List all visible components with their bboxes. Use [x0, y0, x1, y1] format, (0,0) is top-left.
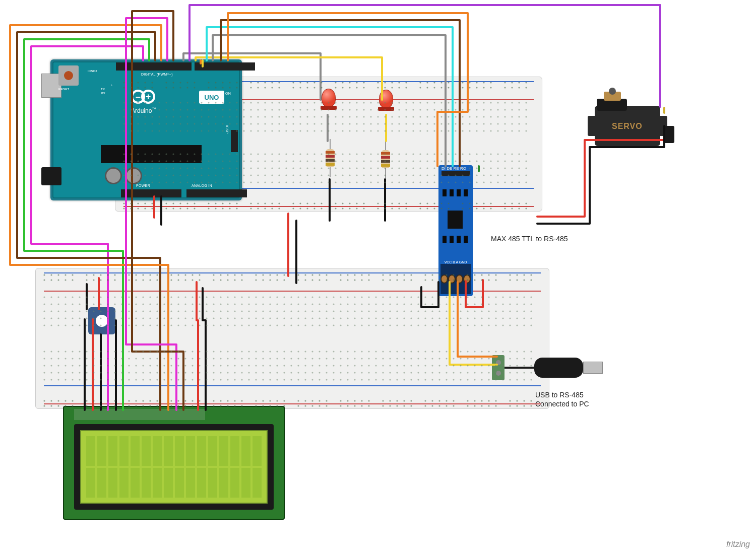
arduino-brand-label: Arduino™: [131, 107, 156, 114]
max485-module: DI DE RE RO VCC B A GND: [438, 165, 473, 296]
arduino-model-badge: UNO: [199, 91, 224, 104]
arduino-header-analog: [186, 189, 247, 197]
arduino-barrel-jack: [41, 167, 61, 185]
servo-label: SERVO: [612, 122, 643, 131]
arduino-icsp-header: [231, 130, 238, 152]
arduino-uno: RESET ICSP2 TX RX L –+ UNO Arduino™ DIGI…: [50, 59, 242, 200]
icsp2-label: ICSP2: [88, 70, 97, 73]
lcd-header-pins: [74, 409, 205, 420]
tx-label: TX: [101, 88, 105, 91]
wiring-diagram: RESET ICSP2 TX RX L –+ UNO Arduino™ DIGI…: [0, 0, 756, 554]
max485-ic: [448, 211, 463, 229]
resistor-2: [385, 140, 386, 178]
arduino-atmega-chip: [101, 145, 202, 163]
digital-label: DIGITAL (PWM=~): [141, 73, 173, 76]
potentiometer: [88, 307, 115, 334]
arduino-header-digital-b: [195, 62, 255, 71]
reset-label: RESET: [58, 88, 70, 91]
arduino-logo: –+: [131, 90, 155, 104]
led-1: [322, 89, 336, 110]
usb485-annotation-2: Connected to PC: [535, 400, 589, 408]
led-2: [379, 90, 393, 111]
servo-motor: SERVO: [585, 91, 690, 156]
servo-connector: [663, 126, 674, 143]
usb-to-rs485-adapter: [492, 353, 603, 383]
lcd-16x2: [63, 406, 285, 520]
arduino-cap-1: [105, 167, 122, 184]
resistor-1: [330, 139, 331, 177]
arduino-reset-button: [58, 65, 79, 86]
icsp-label: ICSP: [225, 125, 229, 134]
power-label: POWER: [136, 184, 150, 187]
max485-pins-label: DI DE RE RO: [442, 166, 466, 171]
usb485-annotation-1: USB to RS-485: [535, 391, 584, 399]
analog-label: ANALOG IN: [192, 184, 212, 187]
max485-terminal-label: VCC B A GND: [438, 260, 473, 264]
arduino-header-digital-a: [116, 62, 192, 71]
max485-screw-terminal: [440, 264, 471, 294]
on-label: ON: [225, 92, 231, 95]
arduino-cap-2: [125, 167, 142, 184]
l-label: L: [111, 84, 113, 87]
max485-annotation: MAX 485 TTL to RS-485: [491, 235, 568, 243]
rx-label: RX: [101, 92, 105, 95]
fritzing-watermark: fritzing: [726, 540, 750, 549]
arduino-header-power: [121, 189, 181, 197]
